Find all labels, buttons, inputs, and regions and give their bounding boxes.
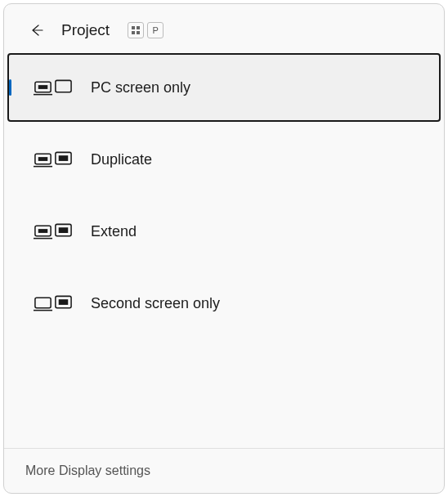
svg-rect-3: [137, 31, 140, 34]
panel-title: Project: [61, 21, 110, 39]
svg-rect-0: [132, 26, 135, 29]
svg-rect-7: [56, 80, 71, 92]
extend-icon: [34, 222, 73, 241]
back-button[interactable]: [27, 20, 47, 40]
project-options: PC screen only Duplicate: [4, 51, 444, 448]
option-label: Second screen only: [91, 295, 220, 312]
svg-rect-12: [59, 155, 69, 161]
option-label: Duplicate: [91, 151, 152, 168]
back-arrow-icon: [29, 22, 45, 38]
svg-rect-9: [38, 157, 48, 161]
svg-rect-5: [38, 85, 48, 89]
option-label: PC screen only: [91, 79, 190, 96]
duplicate-icon: [34, 150, 73, 169]
svg-rect-16: [35, 298, 51, 307]
svg-rect-2: [132, 31, 135, 34]
panel-header: Project P: [4, 4, 444, 51]
shortcut-hint: P: [128, 22, 164, 38]
option-pc-screen-only[interactable]: PC screen only: [7, 53, 441, 122]
svg-rect-19: [59, 299, 69, 305]
project-panel: Project P PC: [3, 3, 445, 494]
second-screen-only-icon: [34, 293, 73, 313]
p-key-icon: P: [147, 22, 164, 38]
svg-rect-1: [137, 26, 140, 29]
more-display-settings-link[interactable]: More Display settings: [25, 463, 423, 478]
option-second-screen-only[interactable]: Second screen only: [7, 269, 441, 338]
option-label: Extend: [91, 223, 137, 240]
panel-footer: More Display settings: [4, 448, 444, 493]
option-duplicate[interactable]: Duplicate: [7, 125, 441, 194]
option-extend[interactable]: Extend: [7, 197, 441, 266]
windows-key-icon: [128, 22, 144, 38]
pc-screen-only-icon: [34, 78, 73, 97]
